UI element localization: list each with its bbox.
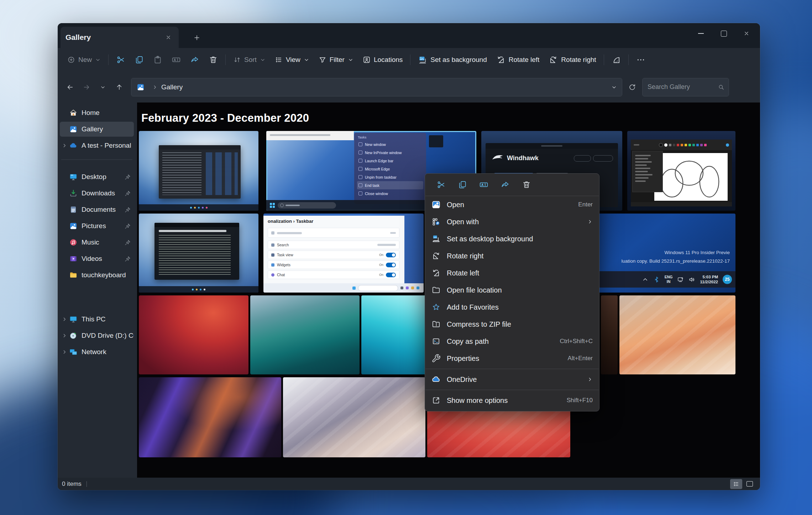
sidebar-item-home[interactable]: Home [60,105,134,120]
sidebar-item-dvd-drive[interactable]: DVD Drive (D:) CCC [60,328,134,343]
tab-gallery[interactable]: Gallery [61,27,179,48]
sort-icon [233,56,241,64]
preview-pane-button[interactable] [607,52,625,68]
photo-thumbnail-terminal[interactable] [139,214,258,293]
photo-thumbnail-purple-glass[interactable] [139,377,281,457]
menu-item-rotate-left[interactable]: Rotate left [425,264,599,282]
chevron-right-icon[interactable] [60,349,69,355]
sidebar-item-gallery[interactable]: Gallery [60,122,134,137]
back-button[interactable] [62,79,78,95]
sidebar-item-downloads[interactable]: Downloads [60,186,134,201]
videos-icon [69,254,78,263]
menu-item-onedrive[interactable]: OneDrive [425,371,599,388]
chevron-down-icon [100,84,106,90]
photo-thumbnail-taskmanager[interactable] [139,131,258,211]
menu-item-show-more-options[interactable]: Show more options Shift+F10 [425,392,599,409]
share-button[interactable] [185,52,204,68]
menu-item-set-as-desktop-background[interactable]: Set as desktop background [425,230,599,247]
new-tab-button[interactable] [190,31,204,44]
delete-button[interactable] [516,176,537,194]
trash-icon [209,55,218,64]
rotate-left-icon [431,268,441,278]
recent-locations-button[interactable] [95,79,111,95]
tab-close-icon[interactable] [163,32,174,43]
forward-button[interactable] [78,79,95,95]
thumbnail-view-toggle[interactable] [744,479,756,489]
new-button[interactable]: New [63,52,105,68]
sidebar-item-label: Downloads [82,189,124,197]
paint-canvas [654,153,728,201]
filter-button[interactable]: Filter [314,52,358,68]
photo-thumbnail-partial[interactable] [601,295,618,374]
rotate-right-button[interactable]: Rotate right [544,52,601,68]
set-as-background-button[interactable]: Set as background [413,52,491,68]
ellipsis-icon [636,55,645,64]
sidebar-item-documents[interactable]: Documents [60,202,134,217]
sidebar-item-onedrive-personal[interactable]: A test - Personal [60,138,134,153]
delete-button[interactable] [204,52,222,68]
pin-icon [124,256,131,262]
locations-button[interactable]: Locations [358,52,407,68]
onedrive-cloud-icon [431,375,441,384]
address-dropdown-icon[interactable] [611,84,617,90]
sidebar-item-pictures[interactable]: Pictures [60,219,134,233]
pin-icon [124,223,131,230]
chevron-right-icon[interactable] [60,143,69,148]
view-button[interactable]: View [270,52,314,68]
search-box[interactable] [642,78,729,96]
chevron-right-icon [152,84,158,90]
view-icon [275,56,283,64]
maximize-button[interactable] [712,25,735,42]
menu-item-open-with[interactable]: Open with [425,213,599,230]
copy-button[interactable] [452,176,473,194]
menu-item-add-to-favorites[interactable]: Add to Favorites [425,299,599,316]
cut-button[interactable] [431,176,451,194]
menu-item-properties[interactable]: Properties Alt+Enter [425,350,599,367]
sidebar-item-music[interactable]: Music [60,235,134,250]
chevron-right-icon[interactable] [60,316,69,322]
volume-icon [688,276,695,283]
network-icon [69,348,78,356]
rename-button[interactable] [473,176,494,194]
photo-thumbnail-orange-silk[interactable] [619,295,735,374]
sidebar-item-network[interactable]: Network [60,345,134,359]
sidebar-item-videos[interactable]: Videos [60,251,134,266]
zip-folder-icon [431,320,441,329]
sidebar-item-desktop[interactable]: Desktop [60,169,134,184]
menu-item-open-file-location[interactable]: Open file location [425,282,599,299]
rotate-left-button[interactable]: Rotate left [492,52,544,68]
menu-item-open[interactable]: Open Enter [425,196,599,213]
photo-thumbnail-teal-abstract[interactable] [250,295,360,374]
breadcrumb-gallery[interactable]: Gallery [161,83,183,91]
address-breadcrumb-box[interactable]: Gallery [131,78,622,96]
menu-item-compress-to-zip[interactable]: Compress to ZIP file [425,316,599,333]
photo-thumbnail-taskbar-settings[interactable]: onalization › Taskbar Search Task view [263,214,424,293]
photo-thumbnail-red-abstract[interactable] [139,295,248,374]
sort-button[interactable]: Sort [229,52,270,68]
see-more-button[interactable] [632,52,650,68]
minimize-button[interactable] [690,25,712,42]
menu-item-rotate-right[interactable]: Rotate right [425,247,599,264]
refresh-button[interactable] [624,79,640,95]
rename-button[interactable] [167,52,185,68]
share-button[interactable] [495,176,515,194]
open-with-icon [431,217,441,226]
close-button[interactable] [735,25,758,42]
sidebar-item-label: Desktop [82,173,124,181]
chevron-right-icon[interactable] [60,333,69,338]
photo-thumbnail-gray-silk[interactable] [283,377,425,457]
search-input[interactable] [647,83,718,91]
cut-button[interactable] [111,52,130,68]
paste-button[interactable] [148,52,167,68]
thumbnail-app-window [631,140,732,206]
details-view-toggle[interactable] [730,479,742,489]
up-button[interactable] [111,79,127,95]
sidebar-item-this-pc[interactable]: This PC [60,312,134,327]
sidebar-item-touchkeyboard[interactable]: touchkeyboard [60,268,134,283]
photo-thumbnail-paint-circles[interactable] [627,131,735,211]
settings-row-label: Widgets [277,263,377,267]
copy-button[interactable] [130,52,148,68]
jumplist-item: Microsoft Edge [357,165,423,173]
chevron-up-icon [642,276,649,283]
menu-item-copy-as-path[interactable]: Copy as path Ctrl+Shift+C [425,333,599,350]
